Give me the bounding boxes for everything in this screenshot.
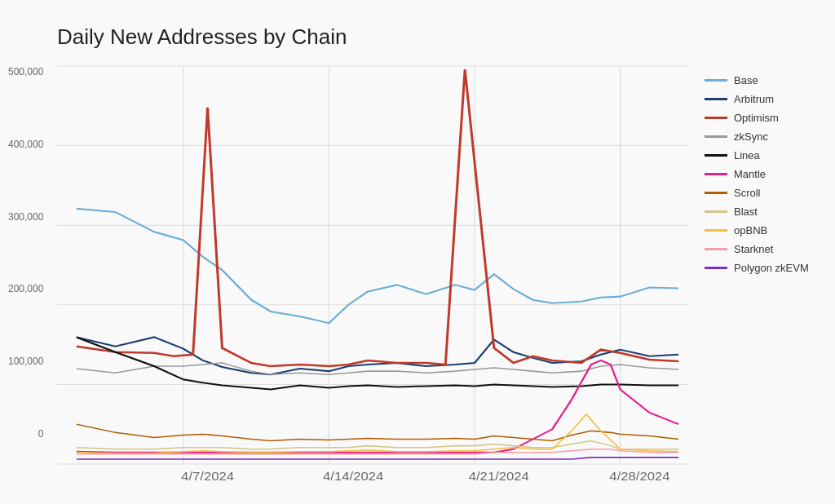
legend-label-zksync: zkSync: [734, 130, 768, 143]
line-blast: [77, 441, 678, 449]
y-label-200k: 200,000: [8, 283, 43, 294]
legend-line-opbnb: [705, 229, 727, 232]
legend-label-arbitrum: Arbitrum: [734, 93, 774, 105]
line-opbnb: [77, 414, 678, 453]
legend-item-starknet: Starknet: [705, 243, 819, 255]
legend-item-mantle: Mantle: [705, 168, 819, 180]
legend-line-starknet: [705, 248, 727, 250]
legend-line-optimism: [705, 117, 727, 119]
legend-line-linea: [705, 154, 727, 157]
y-label-100k: 100,000: [8, 356, 43, 367]
legend-label-opbnb: opBNB: [734, 224, 767, 237]
legend-label-scroll: Scroll: [734, 187, 761, 199]
chart-title: Daily New Addresses by Chain: [57, 24, 819, 50]
chart-main: 0 100,000 200,000 300,000 400,000 500,00…: [57, 66, 688, 464]
line-optimism: [77, 69, 678, 366]
chart-svg: 4/7/2024 4/14/2024 4/21/2024 4/28/2024: [57, 66, 688, 464]
legend-item-base: Base: [705, 74, 819, 86]
legend-line-mantle: [705, 173, 727, 175]
legend: Base Arbitrum Optimism zkSync Linea Mant…: [688, 66, 819, 464]
legend-label-base: Base: [734, 74, 758, 86]
legend-label-optimism: Optimism: [734, 112, 779, 124]
x-label-1: 4/7/2024: [181, 470, 234, 483]
legend-item-scroll: Scroll: [705, 187, 819, 199]
legend-item-blast: Blast: [705, 206, 819, 218]
x-label-3: 4/21/2024: [469, 470, 530, 483]
line-polygon: [77, 458, 678, 459]
y-label-500k: 500,000: [8, 66, 43, 77]
legend-line-arbitrum: [705, 98, 727, 100]
legend-line-zksync: [705, 135, 727, 138]
legend-line-base: [705, 79, 727, 82]
legend-line-scroll: [705, 192, 727, 194]
x-label-4: 4/28/2024: [609, 470, 670, 483]
legend-item-optimism: Optimism: [705, 112, 819, 124]
legend-label-linea: Linea: [734, 149, 760, 161]
y-label-400k: 400,000: [8, 139, 43, 150]
legend-item-opbnb: opBNB: [705, 224, 819, 237]
line-base: [77, 209, 678, 323]
legend-line-polygon: [705, 267, 727, 269]
legend-line-blast: [705, 210, 727, 213]
line-scroll: [77, 424, 678, 440]
y-axis: 0 100,000 200,000 300,000 400,000 500,00…: [8, 66, 43, 440]
y-label-300k: 300,000: [8, 211, 43, 223]
legend-label-polygon: Polygon zkEVM: [734, 262, 809, 274]
chart-area: 0 100,000 200,000 300,000 400,000 500,00…: [57, 66, 819, 464]
legend-item-arbitrum: Arbitrum: [705, 93, 819, 105]
legend-item-polygon: Polygon zkEVM: [705, 262, 819, 274]
legend-item-linea: Linea: [705, 149, 819, 161]
legend-label-mantle: Mantle: [734, 168, 766, 180]
legend-item-zksync: zkSync: [705, 130, 819, 143]
y-label-0: 0: [38, 428, 44, 440]
chart-container: Daily New Addresses by Chain 0 100,000 2…: [0, 0, 835, 504]
legend-label-starknet: Starknet: [734, 243, 773, 255]
x-label-2: 4/14/2024: [323, 470, 384, 483]
legend-label-blast: Blast: [734, 206, 758, 218]
